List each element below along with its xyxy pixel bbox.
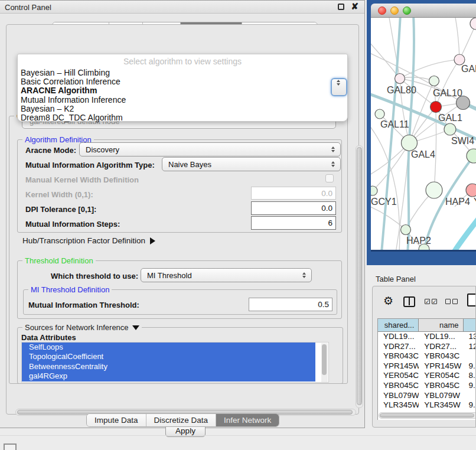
table-cell[interactable]: 13: [464, 332, 476, 342]
network-node[interactable]: [429, 76, 439, 86]
attribute-item[interactable]: TopologicalCoefficient: [22, 352, 315, 361]
network-edge[interactable]: [436, 60, 459, 107]
network-node[interactable]: [444, 123, 456, 135]
mi-type-combo[interactable]: Naive Bayes: [162, 157, 341, 171]
network-node[interactable]: [470, 18, 476, 30]
gear-icon[interactable]: ⚙: [383, 294, 393, 308]
attributes-scrollbar[interactable]: [321, 343, 328, 382]
table-row[interactable]: YDL19...YDL19...13: [378, 332, 476, 342]
network-edge[interactable]: [382, 18, 400, 250]
tab-infer-network[interactable]: Infer Network: [216, 414, 279, 426]
algorithm-option[interactable]: Bayesian – K2: [18, 105, 347, 113]
network-canvas[interactable]: GALGAL80GAL10GAL11GAL1SWI4GAL4GCY1HAP4YH…: [371, 18, 476, 250]
table-cell[interactable]: YBL079W: [378, 391, 419, 401]
network-edge[interactable]: [371, 206, 406, 230]
network-node[interactable]: [466, 184, 476, 197]
split-columns-icon[interactable]: [403, 296, 415, 307]
zoom-traffic-light-button[interactable]: [403, 6, 411, 15]
dpi-tolerance-input[interactable]: 0.0: [251, 201, 336, 215]
network-node[interactable]: [371, 186, 377, 195]
deselect-all-checkboxes-icon[interactable]: [445, 299, 458, 304]
focused-combo-stepper[interactable]: [331, 78, 347, 96]
table-row[interactable]: YBL079WYBL079W: [378, 391, 476, 401]
table-cell[interactable]: YER054C: [378, 371, 419, 381]
network-node[interactable]: [395, 74, 405, 84]
network-node[interactable]: [375, 109, 384, 119]
aracne-mode-combo[interactable]: Discovery: [79, 142, 341, 156]
minimize-traffic-light-button[interactable]: [390, 6, 399, 15]
table-cell[interactable]: YBR045C: [378, 381, 419, 391]
algorithm-option[interactable]: ARACNE Algorithm: [18, 86, 347, 95]
mi-threshold-input[interactable]: 0.5: [249, 298, 332, 311]
network-window-titlebar[interactable]: [371, 4, 476, 18]
table-cell[interactable]: 9.: [464, 361, 476, 371]
network-edge[interactable]: [455, 18, 459, 60]
table-row[interactable]: YDR27...YDR27...12: [378, 342, 476, 352]
close-traffic-light-button[interactable]: [378, 6, 386, 15]
network-edge[interactable]: [400, 60, 459, 79]
algorithm-dropdown-prompt: Select algorithm to view settings: [18, 54, 347, 69]
settings-vertical-scrollbar[interactable]: [356, 145, 363, 408]
table-cell[interactable]: YER054C: [419, 371, 463, 381]
algorithm-option[interactable]: Dream8 DC_TDC Algorithm: [18, 113, 347, 122]
tab-discretize-data[interactable]: Discretize Data: [146, 414, 217, 426]
table-cell[interactable]: [464, 391, 476, 401]
network-node[interactable]: [401, 225, 411, 235]
table-cell[interactable]: YDR27...: [419, 342, 463, 352]
table-cell[interactable]: YBR043C: [378, 351, 419, 361]
network-node[interactable]: [467, 149, 476, 163]
which-threshold-combo[interactable]: MI Threshold: [141, 268, 312, 282]
table-cell[interactable]: YPR145W: [378, 361, 419, 371]
kernel-width-input[interactable]: 0.0: [251, 187, 336, 200]
table-cell[interactable]: YLR345W: [378, 400, 419, 410]
column-header[interactable]: [464, 319, 476, 331]
table-cell[interactable]: YBR045C: [419, 381, 463, 391]
algorithm-dropdown-items: Bayesian – Hill ClimbingBasic Correlatio…: [18, 69, 347, 122]
attribute-item[interactable]: gal4RGexp: [22, 371, 315, 381]
select-all-checkboxes-icon[interactable]: ✓✓: [425, 299, 437, 304]
minimized-window-icon[interactable]: [4, 444, 17, 450]
table-cell[interactable]: 9.: [464, 400, 476, 410]
new-column-icon[interactable]: [467, 294, 476, 306]
manual-kernel-width-checkbox[interactable]: [325, 174, 334, 182]
table-cell[interactable]: YPR145W: [419, 361, 463, 371]
column-header[interactable]: name: [419, 319, 463, 331]
control-panel-titlebar[interactable]: Control Panel ✘: [0, 1, 364, 14]
algorithm-option[interactable]: Bayesian – Hill Climbing: [18, 69, 347, 77]
table-row[interactable]: YER054CYER054C8.: [378, 371, 476, 381]
algorithm-option[interactable]: Mutual Information Inference: [18, 96, 347, 105]
table-cell[interactable]: YDR27...: [378, 342, 419, 352]
table-cell[interactable]: YBL079W: [419, 391, 463, 401]
table-cell[interactable]: 12: [464, 342, 476, 352]
table-row[interactable]: YLR345WYLR345W9.: [378, 400, 476, 410]
table-cell[interactable]: [464, 351, 476, 361]
node-label: GCY1: [371, 197, 397, 207]
table-cell[interactable]: YLR345W: [419, 400, 463, 410]
sources-legend[interactable]: Sources for Network Inference: [22, 323, 142, 332]
table-row[interactable]: YPR145WYPR145W9.: [378, 361, 476, 371]
network-node[interactable]: [402, 135, 418, 151]
float-window-icon[interactable]: [338, 4, 344, 10]
network-edge[interactable]: [454, 217, 476, 250]
network-node[interactable]: [431, 102, 442, 113]
network-edge[interactable]: [371, 123, 400, 250]
attribute-item[interactable]: SelfLoops: [22, 343, 315, 352]
table-cell[interactable]: 8.: [464, 371, 476, 381]
table-cell[interactable]: YBR043C: [419, 351, 463, 361]
attribute-item[interactable]: BetweennessCentrality: [22, 362, 315, 371]
table-cell[interactable]: YDL19...: [378, 332, 419, 342]
table-cell[interactable]: YDL19...: [419, 332, 463, 342]
mi-steps-input[interactable]: 6: [251, 216, 336, 230]
table-row[interactable]: YBR043CYBR043C: [378, 351, 476, 361]
table-cell[interactable]: 9.: [464, 381, 476, 391]
column-header[interactable]: shared...: [378, 319, 419, 331]
table-row[interactable]: YBR045CYBR045C9.: [378, 381, 476, 391]
tab-impute-data[interactable]: Impute Data: [87, 414, 146, 426]
collapse-down-icon: [132, 325, 139, 330]
table-horizontal-scrollbar[interactable]: [379, 412, 476, 419]
dpi-tolerance-label: DPI Tolerance [0,1]:: [25, 205, 96, 214]
hub-definition-toggle[interactable]: Hub/Transcription Factor Definition: [22, 236, 155, 245]
network-node[interactable]: [426, 182, 442, 198]
algorithm-option[interactable]: Basic Correlation Inference: [18, 77, 347, 86]
close-icon[interactable]: ✘: [351, 1, 358, 12]
